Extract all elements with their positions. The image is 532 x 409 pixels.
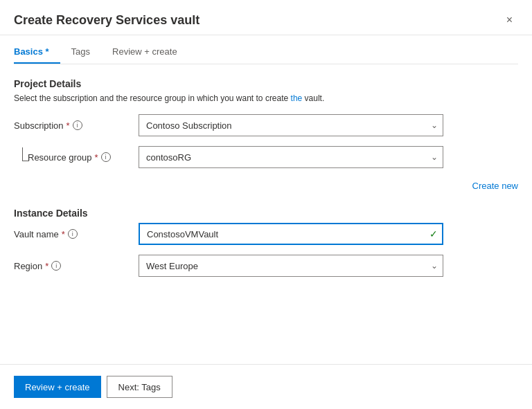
resource-group-control: contosoRG ⌄ [139, 146, 443, 168]
resource-group-info-icon[interactable]: i [101, 152, 111, 162]
project-details-title: Project Details [14, 78, 518, 89]
review-create-button[interactable]: Review + create [14, 376, 101, 398]
region-label: Region * i [14, 261, 139, 271]
subscription-row: Subscription * i Contoso Subscription ⌄ [14, 114, 518, 136]
dialog-footer: Review + create Next: Tags [0, 364, 532, 409]
subscription-control: Contoso Subscription ⌄ [139, 114, 443, 136]
vault-name-label: Vault name * i [14, 229, 139, 239]
indent-decoration [22, 147, 29, 161]
resource-group-row: Resource group * i contosoRG ⌄ [14, 146, 518, 168]
tab-bar: Basics * Tags Review + create [14, 35, 518, 64]
vault-name-input-wrapper: ✓ [139, 223, 443, 245]
instance-details-section: Instance Details Vault name * i ✓ [14, 208, 518, 277]
region-info-icon[interactable]: i [51, 261, 61, 271]
region-select[interactable]: West Europe [139, 255, 443, 277]
vault-name-control: ✓ [139, 223, 443, 245]
close-button[interactable]: × [501, 11, 518, 29]
project-details-description: Select the subscription and the resource… [14, 93, 518, 103]
tab-review-create[interactable]: Review + create [112, 41, 188, 64]
subscription-info-icon[interactable]: i [73, 120, 82, 130]
vault-name-input[interactable] [139, 223, 443, 245]
region-control: West Europe ⌄ [139, 255, 443, 277]
instance-details-title: Instance Details [14, 208, 518, 219]
resource-group-indent: Resource group * i [14, 152, 139, 163]
tab-basics[interactable]: Basics * [14, 41, 60, 64]
subscription-label: Subscription * i [14, 120, 139, 131]
region-select-wrapper: West Europe ⌄ [139, 255, 443, 277]
create-recovery-vault-dialog: Create Recovery Services vault × Basics … [0, 0, 532, 409]
vault-name-row: Vault name * i ✓ [14, 223, 518, 245]
dialog-header: Create Recovery Services vault × [0, 0, 532, 35]
vault-name-info-icon[interactable]: i [68, 229, 78, 239]
tab-tags[interactable]: Tags [71, 41, 101, 64]
create-new-link[interactable]: Create new [213, 181, 518, 191]
dialog-content: Basics * Tags Review + create Project De… [0, 35, 532, 364]
vault-name-required: * [62, 229, 65, 239]
subscription-required: * [66, 120, 70, 131]
resource-group-label: Resource group * i [14, 152, 139, 163]
subscription-select-wrapper: Contoso Subscription ⌄ [139, 114, 443, 136]
vault-name-check-icon: ✓ [429, 228, 438, 239]
region-required: * [45, 261, 48, 271]
project-details-section: Project Details Select the subscription … [14, 78, 518, 191]
region-row: Region * i West Europe ⌄ [14, 255, 518, 277]
create-new-row: Create new [14, 178, 518, 191]
resource-group-select-wrapper: contosoRG ⌄ [139, 146, 443, 168]
resource-group-required: * [95, 152, 98, 163]
subscription-select[interactable]: Contoso Subscription [139, 114, 443, 136]
resource-group-select[interactable]: contosoRG [139, 146, 443, 168]
dialog-title: Create Recovery Services vault [14, 13, 200, 28]
next-tags-button[interactable]: Next: Tags [107, 376, 172, 398]
